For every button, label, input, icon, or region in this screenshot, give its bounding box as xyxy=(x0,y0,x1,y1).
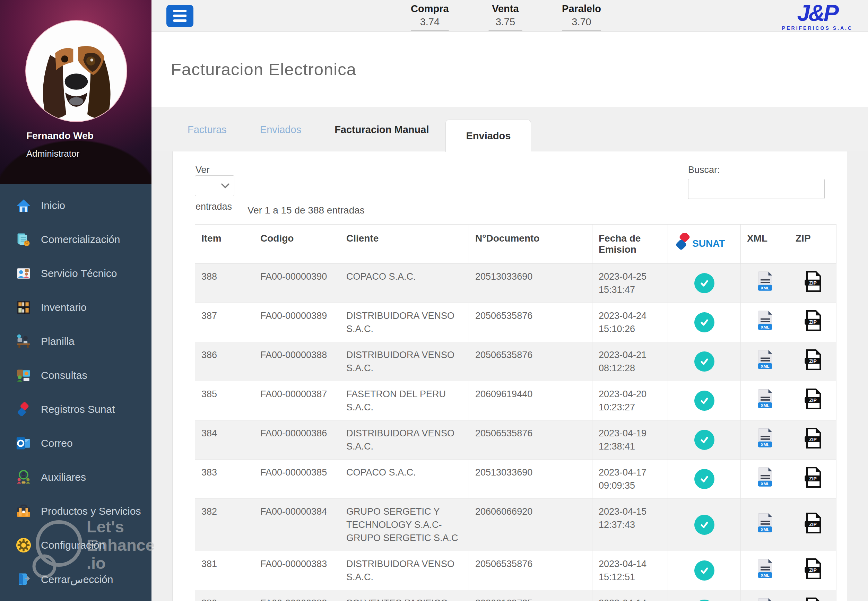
entries-select[interactable] xyxy=(195,175,234,196)
table-row: 387 FA00-00000389 DISTRIBUIDORA VENSO S.… xyxy=(195,303,836,342)
cell-sunat-status xyxy=(668,420,741,459)
header-xml[interactable]: XML xyxy=(741,224,789,264)
avatar xyxy=(25,20,127,122)
cell-sunat-status xyxy=(668,342,741,381)
sunat-accepted-check-icon[interactable] xyxy=(694,469,714,489)
sunat-accepted-check-icon[interactable] xyxy=(694,273,714,293)
sidebar-item-inventario[interactable]: Inventario xyxy=(0,290,151,325)
xml-download-icon[interactable]: XML xyxy=(757,598,774,601)
xml-download-icon[interactable]: XML xyxy=(757,467,774,491)
cell-zip: ZIP xyxy=(789,303,836,342)
svg-text:ZIP: ZIP xyxy=(809,398,817,403)
sidebar-item-label: Cerrarسección xyxy=(41,573,113,586)
svg-text:XML: XML xyxy=(761,481,769,486)
cell-codigo: FA00-00000383 xyxy=(254,551,340,590)
tab-enviados-link[interactable]: Enviados xyxy=(260,124,301,151)
cell-item: 383 xyxy=(195,459,254,499)
svg-text:ZIP: ZIP xyxy=(809,567,817,573)
rate-label: Paralelo xyxy=(562,3,601,15)
search-input[interactable] xyxy=(688,179,825,199)
cell-documento: 20609619440 xyxy=(469,381,592,420)
toolbox-icon xyxy=(16,503,31,519)
sidebar-menu: Inicio Comercialización Servicio Técnico… xyxy=(0,184,151,596)
zip-download-icon[interactable]: ZIP xyxy=(804,512,822,537)
exchange-rates: Compra 3.74 Venta 3.75 Paralelo 3.70 xyxy=(411,3,601,31)
people-group-icon xyxy=(16,470,31,485)
fecha-date: 2023-04-25 xyxy=(599,270,661,283)
search-area: Buscar: xyxy=(688,165,825,199)
cell-codigo: FA00-00000389 xyxy=(254,303,340,342)
cell-fecha: 2023-04-17 09:09:35 xyxy=(592,459,668,499)
fecha-time: 15:31:47 xyxy=(599,283,661,296)
cell-fecha: 2023-04-19 12:38:41 xyxy=(592,420,668,459)
zip-download-icon[interactable]: ZIP xyxy=(804,427,822,452)
sidebar-item-consultas[interactable]: Consultas xyxy=(0,358,151,392)
sidebar-item-comercializacion[interactable]: Comercialización xyxy=(0,223,151,256)
sunat-accepted-check-icon[interactable] xyxy=(694,560,714,581)
header-zip[interactable]: ZIP xyxy=(789,224,836,264)
company-logo: J&P PERIFERICOS S.A.C xyxy=(782,2,853,31)
cell-zip: ZIP xyxy=(789,499,836,551)
sunat-logo-icon: SUNAT xyxy=(674,233,735,253)
xml-download-icon[interactable]: XML xyxy=(757,513,774,537)
sunat-accepted-check-icon[interactable] xyxy=(694,351,714,372)
cell-cliente: DISTRIBUIDORA VENSO S.A.C. xyxy=(340,303,469,342)
sidebar-item-productos-servicios[interactable]: Productos y Servicios xyxy=(0,494,151,528)
entries-info-text: Ver 1 a 15 de 388 entradas xyxy=(247,205,365,216)
zip-download-icon[interactable]: ZIP xyxy=(804,349,822,374)
tab-enviados-active[interactable]: Enviados xyxy=(445,120,531,152)
sunat-accepted-check-icon[interactable] xyxy=(694,430,714,450)
sidebar-item-inicio[interactable]: Inicio xyxy=(0,189,151,223)
cell-item: 380 xyxy=(195,590,254,601)
sidebar-item-correo[interactable]: Correo xyxy=(0,426,151,460)
sidebar-item-label: Planilla xyxy=(41,336,75,347)
sidebar-item-cerrar-seccion[interactable]: Cerrarسección xyxy=(0,562,151,596)
cell-sunat-status xyxy=(668,264,741,303)
invoices-table: Item Codigo Cliente N°Documento Fecha de… xyxy=(195,224,836,601)
sunat-diamond-icon xyxy=(16,402,31,417)
rate-label: Venta xyxy=(489,3,522,15)
cell-item: 382 xyxy=(195,499,254,551)
xml-download-icon[interactable]: XML xyxy=(757,389,774,413)
header-codigo[interactable]: Codigo xyxy=(254,224,340,264)
cell-fecha: 2023-04-20 10:23:27 xyxy=(592,381,668,420)
cell-item: 385 xyxy=(195,381,254,420)
cell-cliente: SOLVENTES PACIFICO E.I.R.L. xyxy=(340,590,469,601)
zip-download-icon[interactable]: ZIP xyxy=(804,467,822,491)
tab-facturacion-manual[interactable]: Facturacion Manual xyxy=(334,124,429,151)
header-documento[interactable]: N°Documento xyxy=(469,224,592,264)
sunat-accepted-check-icon[interactable] xyxy=(694,515,714,535)
header-item[interactable]: Item xyxy=(195,224,254,264)
zip-download-icon[interactable]: ZIP xyxy=(804,597,822,601)
cell-fecha: 2023-04-15 12:37:43 xyxy=(592,499,668,551)
header-fecha[interactable]: Fecha de Emision xyxy=(592,224,668,264)
sunat-accepted-check-icon[interactable] xyxy=(694,599,714,601)
zip-download-icon[interactable]: ZIP xyxy=(804,388,822,413)
tab-facturas[interactable]: Facturas xyxy=(188,124,227,151)
header-sunat[interactable]: SUNAT xyxy=(668,224,741,264)
zip-download-icon[interactable]: ZIP xyxy=(804,271,822,296)
xml-download-icon[interactable]: XML xyxy=(757,428,774,452)
sunat-accepted-check-icon[interactable] xyxy=(694,390,714,411)
zip-download-icon[interactable]: ZIP xyxy=(804,558,822,583)
svg-text:XML: XML xyxy=(761,403,769,407)
menu-toggle-button[interactable] xyxy=(166,5,194,27)
table-row: 386 FA00-00000388 DISTRIBUIDORA VENSO S.… xyxy=(195,342,836,381)
xml-download-icon[interactable]: XML xyxy=(757,558,774,583)
shelf-icon xyxy=(16,300,31,315)
header-cliente[interactable]: Cliente xyxy=(340,224,469,264)
xml-download-icon[interactable]: XML xyxy=(757,349,774,374)
sidebar: Fernando Web Administrator Inicio Comerc… xyxy=(0,0,151,601)
xml-download-icon[interactable]: XML xyxy=(757,271,774,295)
profile-name: Fernando Web xyxy=(26,130,94,142)
sidebar-item-registros-sunat[interactable]: Registros Sunat xyxy=(0,392,151,426)
sidebar-item-auxiliares[interactable]: Auxiliares xyxy=(0,460,151,494)
sidebar-item-servicio-tecnico[interactable]: Servicio Técnico xyxy=(0,256,151,290)
logo-subtitle: PERIFERICOS S.A.C xyxy=(782,26,853,31)
sidebar-item-planilla[interactable]: Planilla xyxy=(0,325,151,358)
xml-download-icon[interactable]: XML xyxy=(757,310,774,334)
sunat-accepted-check-icon[interactable] xyxy=(694,312,714,333)
sidebar-item-configuracion[interactable]: Configuración xyxy=(0,528,151,562)
zip-download-icon[interactable]: ZIP xyxy=(804,310,822,335)
cell-codigo: FA00-00000387 xyxy=(254,381,340,420)
